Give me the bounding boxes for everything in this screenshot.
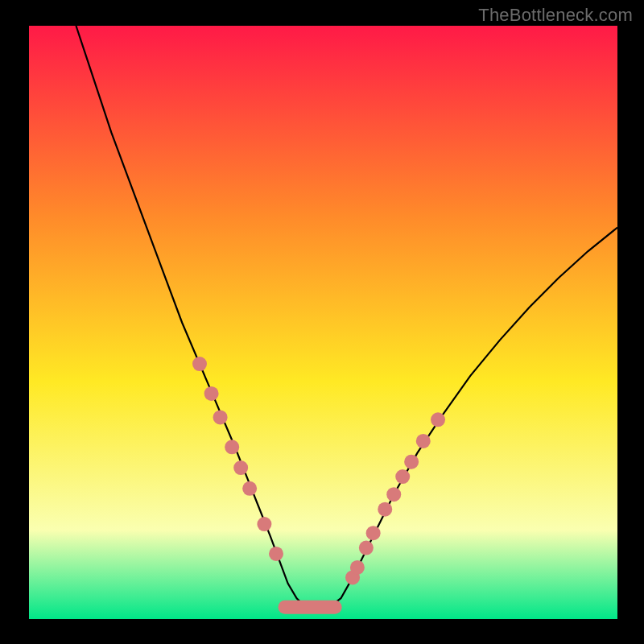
curve-marker-left <box>192 357 207 371</box>
plot-background <box>29 26 617 619</box>
curve-marker-left <box>233 460 248 475</box>
watermark-label: TheBottleneck.com <box>478 5 633 26</box>
curve-marker-left <box>257 517 271 531</box>
curve-marker-right <box>386 487 401 502</box>
curve-marker-right <box>359 541 374 555</box>
curve-marker-left <box>204 386 219 401</box>
curve-marker-left <box>213 410 228 424</box>
curve-marker-right <box>416 434 431 448</box>
curve-marker-right <box>378 502 392 517</box>
curve-marker-right <box>366 526 381 540</box>
curve-marker-left <box>269 547 283 561</box>
chart-frame: TheBottleneck.com <box>0 0 644 644</box>
curve-marker-right <box>395 469 410 484</box>
curve-marker-right <box>404 455 419 469</box>
bottleneck-chart <box>0 0 644 644</box>
curve-marker-right <box>350 560 365 575</box>
curve-marker-right <box>431 412 445 427</box>
curve-marker-left <box>225 440 239 454</box>
curve-marker-left <box>242 481 257 496</box>
